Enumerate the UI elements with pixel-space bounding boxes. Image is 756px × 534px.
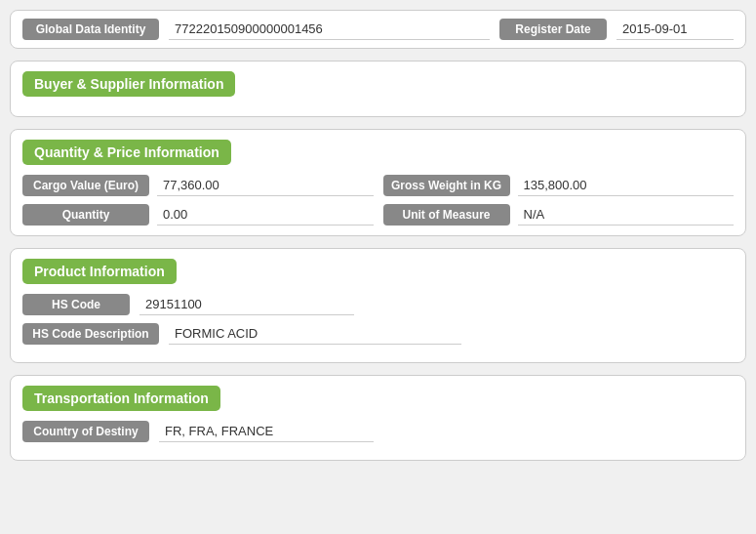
quantity-label: Quantity [22,204,149,226]
hs-code-desc-label: HS Code Description [22,323,159,345]
transport-info-header: Transportation Information [22,386,220,411]
hs-code-desc-row: HS Code Description FORMIC ACID [22,323,734,345]
product-info-card: Product Information HS Code 29151100 HS … [10,248,746,363]
buyer-supplier-card: Buyer & Supplier Information [10,61,746,117]
country-destiny-value: FR, FRA, FRANCE [159,421,374,442]
gross-weight-label: Gross Weight in KG [383,175,510,196]
gross-weight-group: Gross Weight in KG 135,800.00 [383,175,735,196]
global-data-row: Global Data Identity 7722201509000000014… [10,10,746,49]
quantity-price-header: Quantity & Price Information [22,140,231,165]
register-date-label: Register Date [499,19,607,40]
hs-code-value: 29151100 [139,294,354,315]
hs-code-label: HS Code [22,294,130,315]
cargo-value-group: Cargo Value (Euro) 77,360.00 [22,175,374,196]
quantity-value: 0.00 [157,204,374,226]
hs-code-desc-value: FORMIC ACID [169,323,461,345]
unit-of-measure-value: N/A [518,204,735,226]
quantity-group: Quantity 0.00 [22,204,374,226]
global-data-label: Global Data Identity [22,19,159,40]
country-destiny-row: Country of Destiny FR, FRA, FRANCE [22,421,734,442]
global-data-value: 772220150900000001456 [169,19,490,40]
cargo-value-value: 77,360.00 [157,175,374,196]
quantity-price-card: Quantity & Price Information Cargo Value… [10,129,746,236]
quantity-row-2: Quantity 0.00 Unit of Measure N/A [22,204,734,226]
country-destiny-label: Country of Destiny [22,421,149,442]
buyer-supplier-header: Buyer & Supplier Information [22,71,235,97]
product-info-header: Product Information [22,259,177,284]
register-date-value: 2015-09-01 [617,19,734,40]
cargo-value-label: Cargo Value (Euro) [22,175,149,196]
gross-weight-value: 135,800.00 [518,175,735,196]
hs-code-row: HS Code 29151100 [22,294,734,315]
unit-of-measure-group: Unit of Measure N/A [383,204,735,226]
quantity-row-1: Cargo Value (Euro) 77,360.00 Gross Weigh… [22,175,734,196]
transport-info-card: Transportation Information Country of De… [10,375,746,461]
unit-of-measure-label: Unit of Measure [383,204,510,226]
